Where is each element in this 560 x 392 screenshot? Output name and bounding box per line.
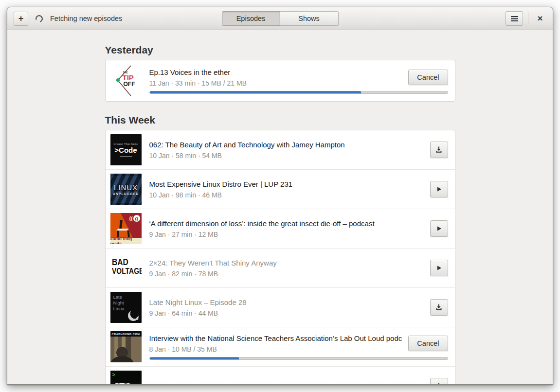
loading-spinner-icon	[35, 15, 43, 23]
episode-title: Ep.13 Voices in the ether	[149, 68, 403, 76]
artwork-text: Night	[113, 300, 142, 306]
header-bar: + Fetching new episodes Episodes Shows	[7, 7, 553, 30]
episode-row-bad-voltage: BAD VOLTAGE 2×24: They Weren’t That Shin…	[106, 248, 455, 287]
episode-title: Most Expensive Linux Distro Ever | LUP 2…	[149, 180, 424, 188]
cancel-download-button[interactable]: Cancel	[408, 336, 448, 351]
artwork-text: UNPLUGGED	[113, 192, 139, 196]
episode-meta: 9 Jan · 64 min · 44 MB	[149, 309, 424, 317]
download-episode-button[interactable]	[430, 142, 448, 158]
play-episode-button[interactable]	[430, 260, 448, 276]
download-icon	[435, 146, 443, 154]
artwork-text: ((	[129, 216, 133, 221]
bottom-dashed-indicator	[8, 382, 552, 382]
podcast-artwork-craphound: CRAPHOUND.COM	[110, 331, 142, 362]
episode-title: 2×24: They Weren’t That Shiny Anyway	[149, 259, 424, 267]
download-icon	[435, 303, 443, 311]
podcast-artwork-late-night-linux: Late Night Linux	[110, 292, 142, 323]
podcast-artwork-greater-than-code: Greater Than Code >Code	[110, 134, 142, 165]
artwork-text: Greater Than Code	[114, 143, 138, 145]
artwork-text: OFF	[124, 81, 135, 87]
cancel-download-button[interactable]: Cancel	[408, 70, 448, 85]
episode-title: ‘A different dimension of loss’: inside …	[149, 219, 424, 228]
artwork-text: VOLTAGE	[112, 267, 136, 276]
play-episode-button[interactable]	[430, 181, 448, 197]
episode-title: Late Night Linux – Episode 28	[149, 298, 424, 306]
episode-row-greater-than-code: Greater Than Code >Code 062: The Beauty …	[106, 130, 455, 169]
yesterday-card: THE TIP OFF Ep.13 Voices in the ether 11…	[105, 60, 455, 102]
play-icon	[435, 186, 442, 193]
menu-button[interactable]	[506, 11, 523, 26]
episode-title: Interview with the National Science Teac…	[149, 334, 403, 342]
close-window-button[interactable]: ×	[533, 11, 547, 26]
play-episode-button[interactable]	[430, 220, 448, 237]
artwork-text: Late	[113, 294, 142, 300]
close-icon: ×	[537, 13, 542, 24]
download-progressbar	[149, 357, 448, 360]
podcast-artwork-tipoff: THE TIP OFF	[110, 65, 142, 96]
artwork-text: BAD	[112, 257, 136, 267]
podcast-artwork-audio-long-reads: (( g audio long reads	[110, 213, 142, 244]
episode-row-audio-long-reads: (( g audio long reads ‘A different dimen…	[106, 209, 455, 248]
artwork-text: LINUX	[114, 183, 138, 192]
episode-meta: 11 Jan · 33 min · 15 MB / 21 MB	[149, 79, 403, 87]
episode-meta: 9 Jan · 82 min · 78 MB	[149, 270, 424, 278]
episode-row-linux-unplugged: LINUX UNPLUGGED Most Expensive Linux Dis…	[106, 169, 455, 209]
tab-episodes[interactable]: Episodes	[222, 11, 280, 26]
hamburger-icon	[511, 16, 518, 22]
episode-title: 062: The Beauty of Art and Technology wi…	[149, 141, 424, 149]
play-icon	[435, 225, 442, 232]
download-episode-button[interactable]	[430, 378, 448, 384]
episode-meta: 10 Jan · 58 min · 54 MB	[149, 152, 424, 160]
play-icon	[435, 265, 442, 271]
portrait-photo	[110, 337, 142, 362]
chair-graphic	[114, 219, 132, 238]
podcast-artwork-bad-voltage: BAD VOLTAGE	[110, 252, 142, 284]
episode-title: Bot or Not	[149, 382, 424, 384]
podcasts-app-window: + Fetching new episodes Episodes Shows	[7, 7, 553, 385]
guardian-logo: g	[133, 215, 140, 222]
episodes-list-view: Yesterday THE TIP OFF	[7, 30, 553, 384]
artwork-text: CRAPHOUND.COM	[110, 331, 142, 337]
view-switcher: Episodes Shows	[222, 11, 339, 26]
status-text: Fetching new episodes	[50, 15, 122, 22]
download-episode-button[interactable]	[430, 299, 448, 316]
artwork-text: audio long reads	[110, 238, 142, 244]
artwork-text: >	[112, 372, 115, 377]
artwork-text: IRL	[116, 381, 134, 384]
artwork-text: TIP	[123, 74, 135, 81]
episode-row-tipoff: THE TIP OFF Ep.13 Voices in the ether 11…	[106, 60, 455, 101]
download-progressbar	[149, 91, 448, 94]
add-podcast-button[interactable]: +	[14, 12, 28, 26]
episode-row-irl: > IRL Bot or Not	[106, 366, 455, 384]
episode-meta: 9 Jan · 27 min · 12 MB	[149, 231, 424, 238]
download-icon	[435, 382, 443, 384]
header-separator	[528, 12, 528, 25]
episode-meta: 8 Jan · 10 MB / 35 MB	[149, 345, 403, 353]
crescent-moon-graphic	[127, 309, 141, 322]
tab-shows[interactable]: Shows	[280, 11, 339, 26]
section-heading-yesterday: Yesterday	[105, 30, 455, 60]
episode-row-craphound: CRAPHOUND.COM Interview with the Nationa…	[106, 327, 455, 366]
artwork-text: >Code	[114, 146, 137, 154]
this-week-card: Greater Than Code >Code 062: The Beauty …	[105, 130, 455, 384]
episode-row-late-night-linux: Late Night Linux Late Night Linux – Epi	[106, 287, 455, 327]
section-heading-this-week: This Week	[105, 102, 455, 130]
episode-meta: 10 Jan · 98 min · 46 MB	[149, 191, 424, 199]
podcast-artwork-linux-unplugged: LINUX UNPLUGGED	[110, 174, 142, 205]
